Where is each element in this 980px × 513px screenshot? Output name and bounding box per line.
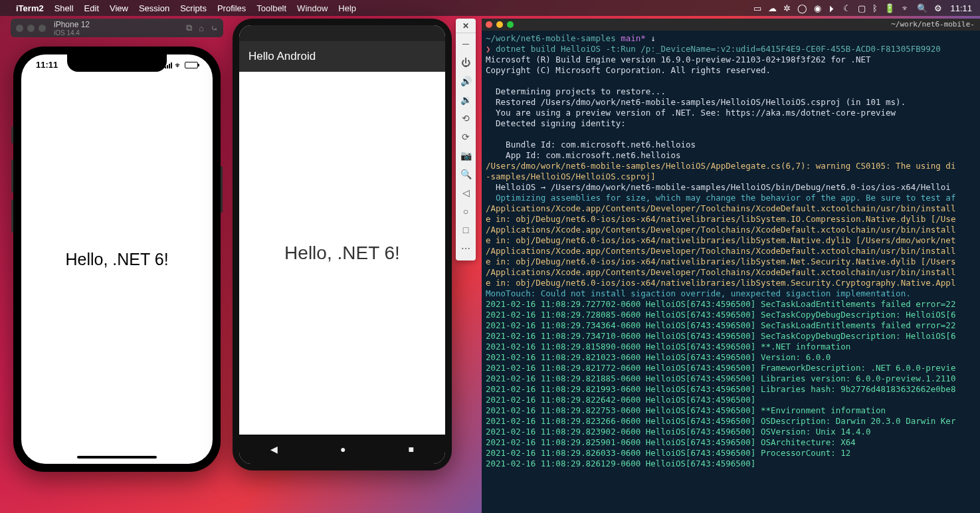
status-icon[interactable]: ⏵ xyxy=(828,3,836,13)
terminal-titlebar[interactable]: ~/work/net6-mobile- xyxy=(482,19,980,31)
device-os: iOS 14.4 xyxy=(54,29,179,37)
volume-down-icon[interactable]: 🔉 xyxy=(458,90,474,109)
terminal-window[interactable]: ~/work/net6-mobile- ~/work/net6-mobile-s… xyxy=(482,19,980,513)
display-icon[interactable]: ▢ xyxy=(858,3,866,13)
menu-shell[interactable]: Shell xyxy=(54,3,74,13)
minimize-dot[interactable] xyxy=(496,21,503,28)
terminal-title: ~/work/net6-mobile- xyxy=(891,20,975,29)
iphone-status-bar: 11:11 ᯤ xyxy=(21,60,213,70)
emulator-toolbar: ✕ ─ ⏻ 🔊 🔉 ⟲ ⟳ 📷 🔍 ◁ ○ □ ⋯ xyxy=(456,19,476,260)
app-bar: Hello Android xyxy=(239,41,445,72)
status-icon[interactable]: ◯ xyxy=(797,3,807,13)
android-status-bar xyxy=(239,25,445,41)
android-emulator[interactable]: Hello Android Hello, .NET 6! ◀ ● ■ xyxy=(233,19,452,470)
minimize-icon[interactable]: ─ xyxy=(458,35,474,53)
bluetooth-icon[interactable]: ᛒ xyxy=(872,3,878,13)
overview-icon[interactable]: ■ xyxy=(409,444,414,455)
menu-help[interactable]: Help xyxy=(338,3,356,13)
close-dot[interactable] xyxy=(16,25,23,32)
wifi-icon[interactable]: ᯤ xyxy=(902,3,910,13)
status-icon[interactable]: ✲ xyxy=(783,3,791,13)
menu-app[interactable]: iTerm2 xyxy=(16,3,44,13)
minimize-dot[interactable] xyxy=(27,25,35,32)
status-icon[interactable]: ◉ xyxy=(814,3,821,13)
volume-down xyxy=(11,199,13,233)
cloud-icon[interactable]: ☁ xyxy=(768,3,777,13)
power-icon[interactable]: ⏻ xyxy=(458,53,474,72)
menubar-time[interactable]: 11:11 xyxy=(950,3,972,13)
menu-window[interactable]: Window xyxy=(297,3,328,13)
device-name: iPhone 12 xyxy=(54,20,179,29)
control-center-icon[interactable]: ⚙ xyxy=(934,3,942,13)
macos-menubar: iTerm2 Shell Edit View Session Scripts P… xyxy=(0,0,980,16)
signal-icon xyxy=(165,62,172,68)
back-icon[interactable]: ◀ xyxy=(270,444,278,455)
volume-up xyxy=(11,159,13,193)
menu-scripts[interactable]: Scripts xyxy=(180,3,207,13)
battery-icon[interactable]: 🔋 xyxy=(884,3,895,13)
android-nav-bar: ◀ ● ■ xyxy=(239,435,445,464)
app-content: Hello, .NET 6! xyxy=(239,72,445,435)
zoom-dot[interactable] xyxy=(39,25,46,32)
menu-edit[interactable]: Edit xyxy=(84,3,99,13)
iphone-simulator[interactable]: 11:11 ᯤ Hello, .NET 6! xyxy=(13,47,221,472)
terminal-body[interactable]: ~/work/net6-mobile-samples main* ↓ ❯ dot… xyxy=(482,31,980,472)
menu-toolbelt[interactable]: Toolbelt xyxy=(256,3,286,13)
rotate-right-icon[interactable]: ⟳ xyxy=(458,128,474,146)
window-controls[interactable] xyxy=(16,25,46,32)
app-content-label: Hello, .NET 6! xyxy=(65,250,168,269)
overview-icon[interactable]: □ xyxy=(458,221,474,239)
close-dot[interactable] xyxy=(486,21,492,28)
device-info: iPhone 12 iOS 14.4 xyxy=(54,20,179,37)
menu-profiles[interactable]: Profiles xyxy=(217,3,246,13)
menu-session[interactable]: Session xyxy=(139,3,169,13)
wifi-icon: ᯤ xyxy=(175,61,182,69)
screenshot-icon[interactable]: ⧉ xyxy=(186,23,192,33)
status-time: 11:11 xyxy=(36,60,58,70)
zoom-dot[interactable] xyxy=(507,21,514,28)
camera-icon[interactable]: 📷 xyxy=(458,146,474,165)
back-icon[interactable]: ◁ xyxy=(458,183,474,202)
rotate-icon[interactable]: ⤿ xyxy=(211,23,218,33)
do-not-disturb-icon[interactable]: ☾ xyxy=(843,3,851,13)
zoom-icon[interactable]: 🔍 xyxy=(458,165,474,183)
close-icon[interactable]: ✕ xyxy=(456,21,476,33)
power-button xyxy=(221,166,223,213)
spotlight-icon[interactable]: 🔍 xyxy=(917,3,928,13)
battery-icon xyxy=(185,62,198,68)
more-icon[interactable]: ⋯ xyxy=(458,239,474,258)
home-indicator[interactable] xyxy=(77,456,157,459)
home-circle-icon[interactable]: ○ xyxy=(458,202,474,221)
window-controls[interactable] xyxy=(486,21,514,28)
volume-up-icon[interactable]: 🔊 xyxy=(458,72,474,90)
mute-switch xyxy=(11,126,13,144)
simulator-window-titlebar[interactable]: iPhone 12 iOS 14.4 ⧉ ⌂ ⤿ xyxy=(11,19,223,37)
menu-view[interactable]: View xyxy=(110,3,128,13)
status-icon[interactable]: ▭ xyxy=(753,3,761,13)
iphone-screen[interactable]: 11:11 ᯤ Hello, .NET 6! xyxy=(21,54,213,464)
home-icon[interactable]: ⌂ xyxy=(199,23,204,33)
android-screen[interactable]: Hello Android Hello, .NET 6! ◀ ● ■ xyxy=(239,25,445,464)
app-content-label: Hello, .NET 6! xyxy=(284,243,400,264)
home-icon[interactable]: ● xyxy=(340,444,345,455)
rotate-left-icon[interactable]: ⟲ xyxy=(458,109,474,128)
app-bar-title: Hello Android xyxy=(248,50,316,63)
